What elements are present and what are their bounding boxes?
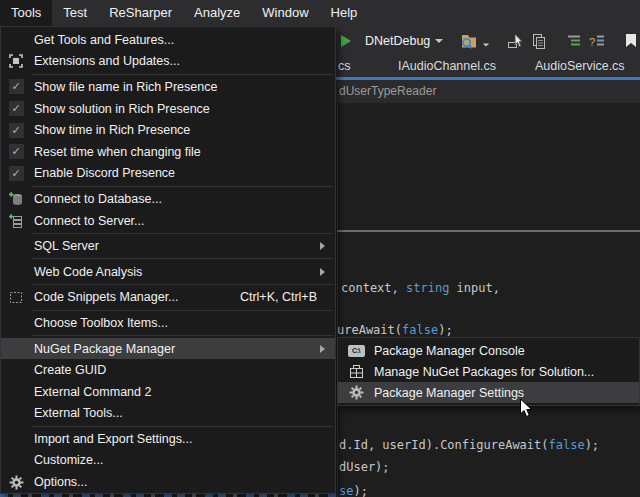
svg-text:?: ? [589, 36, 595, 48]
menu-separator [31, 186, 333, 187]
menu-item-connect-to-database[interactable]: Connect to Database... [1, 188, 335, 210]
menu-item-show-file-name-rich-presence[interactable]: ✓ Show file name in Rich Presence [1, 76, 335, 98]
find-in-files-icon [459, 33, 478, 50]
menu-item-reset-time-changing-file[interactable]: ✓ Reset time when changing file [1, 141, 335, 163]
check-icon: ✓ [9, 79, 24, 94]
menu-separator [31, 335, 333, 336]
navbar-type-dropdown[interactable]: dUserTypeReader [339, 80, 436, 103]
menu-item-import-export-settings[interactable]: Import and Export Settings... [1, 428, 335, 450]
menu-item-external-command-2[interactable]: External Command 2 [1, 381, 335, 403]
vs-ide-window: Tools Test ReSharper Analyze Window Help… [0, 0, 640, 497]
code-line: se); [339, 484, 368, 497]
menu-item-sql-server[interactable]: SQL Server [1, 235, 335, 257]
menu-separator [31, 258, 333, 259]
package-icon [338, 364, 374, 379]
menu-item-web-code-analysis[interactable]: Web Code Analysis [1, 261, 335, 283]
menubar: Tools Test ReSharper Analyze Window Help [0, 0, 640, 26]
snippets-icon [1, 289, 31, 305]
submenu-arrow-icon [320, 268, 325, 276]
find-options-dropdown[interactable] [482, 43, 490, 47]
menu-item-options[interactable]: Options... [1, 471, 335, 493]
check-icon: ✓ [9, 101, 24, 116]
menu-item-show-solution-rich-presence[interactable]: ✓ Show solution in Rich Presence [1, 98, 335, 120]
code-line: ureAwait(false); [337, 323, 453, 337]
format-selection-icon: ? [589, 34, 606, 48]
submenu-arrow-icon [320, 345, 325, 353]
copy-document-button[interactable] [531, 33, 547, 50]
extensions-icon [1, 53, 31, 69]
check-icon: ✓ [9, 123, 24, 138]
menu-test[interactable]: Test [52, 0, 98, 26]
menu-separator [31, 426, 333, 427]
submenu-arrow-icon [320, 242, 325, 250]
tab-audioservice[interactable]: AudioService.cs [535, 56, 625, 77]
menu-item-create-guid[interactable]: Create GUID [1, 359, 335, 381]
code-line: dUser); [339, 460, 390, 474]
check-icon: ✓ [9, 144, 24, 159]
menu-separator [31, 310, 333, 311]
nuget-package-manager-submenu: C:\ Package Manager Console Manage NuGet… [337, 337, 640, 406]
menu-item-get-tools-and-features[interactable]: Get Tools and Features... [1, 29, 335, 51]
menu-item-customize[interactable]: Customize... [1, 450, 335, 472]
run-button[interactable] [340, 34, 352, 48]
tab-partial[interactable]: cs [338, 56, 351, 77]
play-icon [340, 34, 352, 48]
menu-item-external-tools[interactable]: External Tools... [1, 403, 335, 425]
pointer-navigate-icon [507, 33, 524, 49]
menu-separator [31, 233, 333, 234]
menu-tools[interactable]: Tools [0, 0, 52, 26]
menu-window[interactable]: Window [251, 0, 319, 26]
menu-separator [31, 284, 333, 285]
menu-item-package-manager-settings[interactable]: Package Manager Settings [338, 382, 639, 403]
debug-target-label: DNetDebug [365, 34, 430, 48]
tab-iaudiochannel[interactable]: IAudioChannel.cs [398, 56, 496, 77]
menu-shortcut: Ctrl+K, Ctrl+B [240, 290, 327, 304]
menu-separator [31, 74, 333, 75]
navigate-pointer-button[interactable] [507, 33, 524, 49]
editor-split-line [337, 230, 640, 232]
gear-icon [1, 475, 31, 490]
code-line: d.Id, userId).ConfigureAwait(false); [339, 438, 599, 452]
server-icon [1, 213, 31, 229]
menu-item-choose-toolbox-items[interactable]: Choose Toolbox Items... [1, 312, 335, 334]
menu-item-manage-nuget-packages-solution[interactable]: Manage NuGet Packages for Solution... [338, 361, 639, 382]
find-in-files-button[interactable] [459, 33, 478, 50]
menu-item-connect-to-server[interactable]: Connect to Server... [1, 210, 335, 232]
menu-analyze[interactable]: Analyze [183, 0, 251, 26]
menu-item-nuget-package-manager[interactable]: NuGet Package Manager [1, 338, 335, 360]
tools-dropdown-menu: Get Tools and Features... Extensions and… [0, 26, 336, 494]
menu-item-show-time-rich-presence[interactable]: ✓ Show time in Rich Presence [1, 119, 335, 141]
mouse-cursor [519, 398, 534, 419]
menu-item-package-manager-console[interactable]: C:\ Package Manager Console [338, 340, 639, 361]
chevron-down-icon [483, 43, 489, 46]
console-icon: C:\ [338, 345, 374, 357]
format-indent-button[interactable] [566, 34, 582, 48]
menu-resharper[interactable]: ReSharper [98, 0, 183, 26]
code-line: context, string input, [341, 281, 500, 295]
copy-document-icon [531, 33, 547, 50]
menu-item-extensions-and-updates[interactable]: Extensions and Updates... [1, 51, 335, 73]
format-selection-button[interactable]: ? [589, 34, 606, 48]
format-indent-icon [566, 34, 582, 48]
menu-help[interactable]: Help [320, 0, 369, 26]
debug-target-dropdown[interactable]: DNetDebug [359, 34, 443, 48]
database-icon [1, 191, 31, 207]
gear-icon [338, 385, 374, 400]
check-icon: ✓ [9, 166, 24, 181]
menu-item-enable-discord-presence[interactable]: ✓ Enable Discord Presence [1, 163, 335, 185]
indent-guide-line [337, 103, 338, 497]
bookmark-button[interactable] [625, 34, 637, 48]
bookmark-icon [625, 34, 637, 48]
menu-item-code-snippets-manager[interactable]: Code Snippets Manager... Ctrl+K, Ctrl+B [1, 287, 335, 309]
chevron-down-icon [435, 39, 443, 43]
